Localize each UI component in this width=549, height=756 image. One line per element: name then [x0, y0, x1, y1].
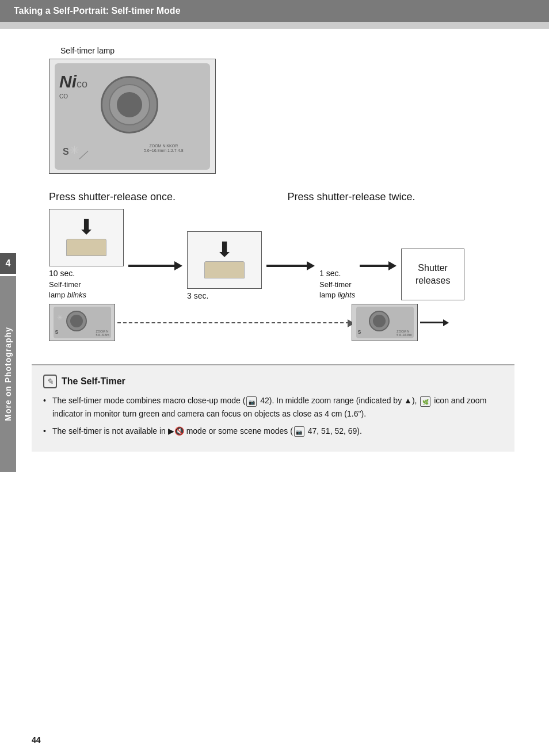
camera-row: S ZOOM N5.6~6.8m ✳ S: [49, 304, 514, 341]
mini-lens-center-1: [70, 315, 83, 327]
note-section: ✎ The Self-Timer The self-timer mode com…: [32, 364, 514, 451]
zoom-nikkor-text: ZOOM NIKKOR5.6~16.8mm 1:2.7-4.8: [144, 144, 184, 154]
camera-model-text: CO: [59, 93, 68, 100]
flower-icon: 🌿: [420, 396, 430, 407]
note-bullets: The self-timer mode combines macro close…: [43, 394, 503, 437]
press-boxes-row: ⬇ 10 sec. Self-timerlamp blinks ⬇ 3 sec.: [49, 209, 514, 300]
mini-lens-2: [369, 311, 390, 331]
header-title: Taking a Self-Portrait: Self-timer Mode: [14, 6, 181, 16]
down-arrow-2: ⬇: [216, 239, 233, 260]
self-timer-lights-label: Self-timerlamp lights: [319, 280, 355, 300]
diagram-section: ⬇ 10 sec. Self-timerlamp blinks ⬇ 3 sec.: [32, 209, 514, 341]
lamp-section: Self-timer lamp Nico CO ZOOM NIKKOR5.6~1…: [32, 46, 514, 174]
step2-label: Press shutter-release twice.: [276, 191, 515, 203]
shutter-col: Shutter releases: [401, 249, 464, 300]
camera-small-2: S ZOOM N5.6~16.8m: [352, 304, 418, 341]
press-box-1: ⬇: [49, 209, 124, 266]
s-mini-2: S: [358, 329, 361, 335]
time-label-3: 1 sec.: [319, 269, 341, 278]
lamp-slash: ╱: [79, 148, 89, 161]
chapter-tab: More on Photography: [0, 276, 16, 472]
arrow-head-2: [307, 261, 315, 270]
page-header: Taking a Self-Portrait: Self-timer Mode: [0, 0, 549, 22]
second-press-col: ⬇ 3 sec.: [187, 231, 262, 300]
steps-header: Press shutter-release once. Press shutte…: [32, 191, 514, 203]
dashed-line: [117, 322, 349, 323]
chapter-number: 4: [0, 253, 16, 274]
lens-inner: [117, 92, 142, 117]
big-arrow-3: [360, 261, 396, 300]
time-label-2: 3 sec.: [187, 291, 208, 300]
shutter-box: Shutter releases: [401, 249, 464, 300]
step1-label: Press shutter-release once.: [49, 191, 276, 203]
note-bullet-2: The self-timer is not available in ▶🔇 mo…: [43, 425, 503, 437]
shutter-spacer: [451, 304, 514, 341]
hand-shape-2: [204, 261, 245, 278]
chapter-label: More on Photography: [3, 327, 13, 421]
camera-small-1: S ZOOM N5.6~6.8m ✳: [49, 304, 115, 341]
down-arrow-1: ⬇: [78, 217, 95, 238]
big-arrow-2: [266, 261, 315, 300]
self-timer-blinks-label: Self-timerlamp blinks: [49, 280, 86, 300]
note-header: ✎ The Self-Timer: [43, 375, 503, 388]
solid-arrow-final: [420, 319, 449, 326]
subheader-bar: [0, 22, 549, 29]
blink-star: ✳: [57, 314, 63, 322]
s-letter: S: [63, 147, 69, 157]
lens-middle: [109, 84, 150, 125]
time-label-1: 10 sec.: [49, 269, 75, 278]
big-arrow-1: [128, 261, 182, 300]
lamp-label: Self-timer lamp: [60, 46, 514, 55]
solid-arrow-head: [443, 319, 449, 326]
third-col: 1 sec. Self-timerlamp lights: [319, 209, 355, 300]
mini-zoom-text-1: ZOOM N5.6~6.8m: [96, 330, 109, 337]
mini-zoom-text-2: ZOOM N5.6~16.8m: [396, 330, 411, 337]
mini-lens-center-2: [373, 315, 386, 327]
solid-arrow-body: [420, 322, 443, 323]
hand-shape-1: [66, 239, 106, 256]
shutter-releases-text: Shutter releases: [415, 262, 450, 288]
arrow-body-2: [266, 265, 307, 267]
lens-outer: [101, 76, 158, 133]
press-box-2: ⬇: [187, 231, 262, 289]
note-icon: ✎: [43, 375, 57, 388]
scene-icon: 📷: [294, 426, 304, 437]
mini-lens-1: [66, 311, 87, 331]
self-timer-lamp-icon: ✳: [70, 143, 79, 157]
nikon-logo: Nico: [59, 72, 87, 91]
arrow-body-1: [128, 265, 174, 267]
page-number: 44: [32, 735, 41, 744]
first-press-col: ⬇ 10 sec. Self-timerlamp blinks: [49, 209, 124, 300]
s-mini-1: S: [55, 329, 59, 335]
arrow-head-3: [388, 261, 396, 270]
camera-image: Nico CO ZOOM NIKKOR5.6~16.8mm 1:2.7-4.8 …: [49, 59, 216, 174]
note-title: The Self-Timer: [62, 376, 125, 387]
main-content: Self-timer lamp Nico CO ZOOM NIKKOR5.6~1…: [0, 29, 549, 469]
note-bullet-1: The self-timer mode combines macro close…: [43, 394, 503, 420]
arrow-body-3: [360, 265, 388, 267]
arrow-head-1: [174, 261, 182, 270]
macro-icon: 📷: [246, 396, 257, 407]
